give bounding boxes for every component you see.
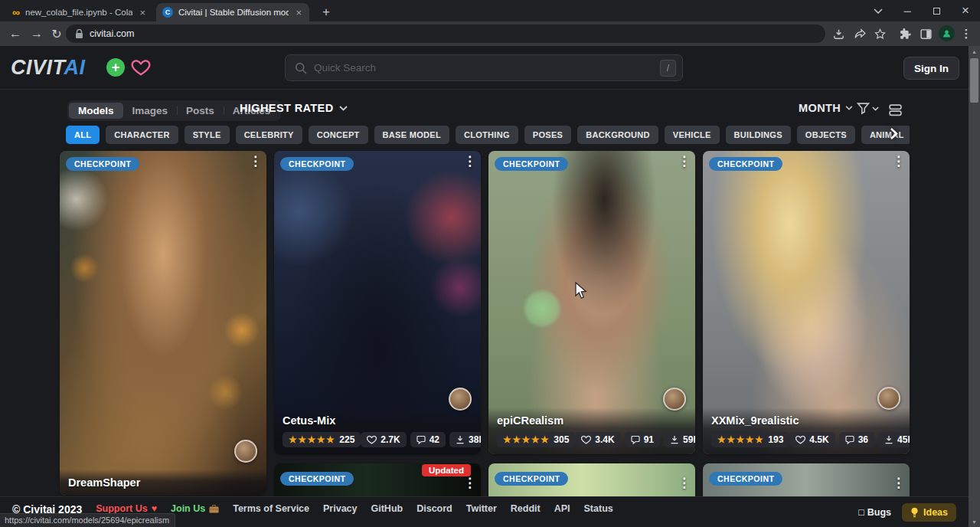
tab-models[interactable]: Models xyxy=(69,103,123,119)
period-dropdown[interactable]: MONTH xyxy=(799,102,853,114)
likes-count: 3.4K xyxy=(595,434,614,445)
card-menu-icon[interactable]: ⋮ xyxy=(463,476,476,489)
page-scrollbar[interactable]: ▲ ▼ xyxy=(969,46,980,527)
category-base-model[interactable]: BASE MODEL xyxy=(374,126,449,144)
sort-dropdown[interactable]: HIGHEST RATED xyxy=(240,102,348,114)
browser-profile-avatar[interactable] xyxy=(939,25,955,41)
card-info-overlay: epiCRealism ★★★★★ 305 3.4K 91 59K xyxy=(488,408,695,454)
footer-link-github[interactable]: GitHub xyxy=(371,503,403,514)
model-card-epicrealism[interactable]: CHECKPOINT ⋮ epiCRealism ★★★★★ 305 3.4K … xyxy=(488,151,695,454)
category-animal[interactable]: ANIMAL xyxy=(861,126,910,144)
category-background[interactable]: BACKGROUND xyxy=(577,126,658,144)
link-label: Join Us xyxy=(171,503,205,514)
browser-menu-icon[interactable]: ⋮ xyxy=(959,27,973,41)
category-concept[interactable]: CONCEPT xyxy=(309,126,368,144)
period-label: MONTH xyxy=(799,102,841,114)
creator-avatar[interactable] xyxy=(877,387,900,410)
ideas-button[interactable]: Ideas xyxy=(902,503,956,522)
category-vehicle[interactable]: VEHICLE xyxy=(665,126,720,144)
category-celebrity[interactable]: CELEBRITY xyxy=(236,126,302,144)
civitai-logo[interactable]: CIVITAI xyxy=(11,56,86,79)
maximize-button[interactable] xyxy=(922,0,951,21)
card-menu-icon[interactable]: ⋮ xyxy=(463,155,476,168)
likes-count: 4.5K xyxy=(809,434,828,445)
category-poses[interactable]: POSES xyxy=(524,126,571,144)
extensions-icon[interactable] xyxy=(898,27,912,41)
favorites-heart-icon[interactable] xyxy=(131,58,151,77)
tab-close-icon[interactable]: × xyxy=(294,7,303,18)
model-preview-image xyxy=(60,151,266,496)
bugs-button[interactable]: □Bugs xyxy=(858,507,891,518)
model-card-cetus-mix[interactable]: CHECKPOINT ⋮ Cetus-Mix ★★★★★ 225 2.7K 42… xyxy=(274,151,481,454)
create-plus-button[interactable]: + xyxy=(106,58,125,77)
footer-link-api[interactable]: API xyxy=(554,503,570,514)
card-menu-icon[interactable]: ⋮ xyxy=(892,155,905,168)
tab-search-icon[interactable] xyxy=(864,0,893,21)
card-menu-icon[interactable]: ⋮ xyxy=(678,476,691,489)
tab-civitai[interactable]: C Civitai | Stable Diffusion models, × xyxy=(156,3,309,21)
search-input[interactable] xyxy=(314,62,653,74)
search-icon xyxy=(295,62,307,74)
comment-icon xyxy=(845,435,854,444)
footer-link-terms[interactable]: Terms of Service xyxy=(233,503,309,514)
card-menu-icon[interactable]: ⋮ xyxy=(249,155,262,168)
star-rating-icon: ★★★★★ xyxy=(503,435,550,444)
footer-link-twitter[interactable]: Twitter xyxy=(466,503,497,514)
comments-count: 42 xyxy=(430,434,439,445)
heart-icon xyxy=(581,435,591,444)
colab-icon: ∞ xyxy=(12,7,20,18)
chevron-down-icon xyxy=(339,106,348,111)
card-stats: ★★★★★ 305 3.4K 91 59K xyxy=(497,432,687,447)
downloads-count: 59K xyxy=(683,434,695,445)
tab-posts[interactable]: Posts xyxy=(177,103,224,119)
card-info-overlay: XXMix_9realistic ★★★★★ 193 4.5K 36 45K xyxy=(703,408,910,454)
logo-text: CIVIT xyxy=(11,56,64,79)
model-card-xxmix[interactable]: CHECKPOINT ⋮ XXMix_9realistic ★★★★★ 193 … xyxy=(703,151,910,454)
category-all[interactable]: ALL xyxy=(66,126,100,144)
footer-link-reddit[interactable]: Reddit xyxy=(511,503,541,514)
model-card-dreamshaper[interactable]: CHECKPOINT ⋮ DreamShaper xyxy=(60,151,266,496)
card-view-toggle[interactable] xyxy=(888,103,903,117)
category-clothing[interactable]: CLOTHING xyxy=(456,126,518,144)
category-style[interactable]: STYLE xyxy=(185,126,230,144)
footer-link-join-us[interactable]: Join Us xyxy=(171,503,219,514)
likes-count: 2.7K xyxy=(381,434,400,445)
tab-colab[interactable]: ∞ new_colab_file.ipynb - Colaborat × xyxy=(6,3,153,21)
address-bar[interactable]: civitai.com xyxy=(66,25,825,43)
scroll-down-icon[interactable]: ▼ xyxy=(969,516,980,527)
creator-avatar[interactable] xyxy=(234,440,257,463)
footer-link-discord[interactable]: Discord xyxy=(416,503,452,514)
quick-search-box[interactable]: / xyxy=(285,54,683,81)
close-button[interactable]: × xyxy=(951,0,980,21)
categories-scroll-right-icon[interactable] xyxy=(890,127,898,140)
minimize-button[interactable]: ─ xyxy=(893,0,922,21)
forward-icon[interactable]: → xyxy=(29,26,44,41)
card-menu-icon[interactable]: ⋮ xyxy=(678,155,691,168)
footer-link-privacy[interactable]: Privacy xyxy=(323,503,357,514)
footer-link-status[interactable]: Status xyxy=(584,503,613,514)
footer-link-support-us[interactable]: Support Us♥ xyxy=(96,503,157,514)
category-objects[interactable]: OBJECTS xyxy=(797,126,855,144)
filter-dropdown[interactable] xyxy=(857,102,879,115)
back-icon[interactable]: ← xyxy=(8,26,23,41)
category-buildings[interactable]: BUILDINGS xyxy=(726,126,791,144)
model-type-badge: CHECKPOINT xyxy=(709,472,782,486)
category-character[interactable]: CHARACTER xyxy=(106,126,178,144)
sign-in-button[interactable]: Sign In xyxy=(903,57,959,80)
tab-images[interactable]: Images xyxy=(123,103,178,119)
share-icon[interactable] xyxy=(853,27,867,41)
scroll-up-icon[interactable]: ▲ xyxy=(969,46,980,57)
ideas-label: Ideas xyxy=(923,507,948,518)
new-tab-button[interactable]: + xyxy=(318,5,334,20)
tab-close-icon[interactable]: × xyxy=(138,7,147,18)
category-filter-row: ALL CHARACTER STYLE CELEBRITY CONCEPT BA… xyxy=(66,126,910,144)
tab-title: new_colab_file.ipynb - Colaborat xyxy=(25,8,132,17)
likes-pill: 4.5K xyxy=(789,432,835,447)
card-menu-icon[interactable]: ⋮ xyxy=(892,476,905,489)
scrollbar-thumb[interactable] xyxy=(970,58,978,103)
bookmark-star-icon[interactable] xyxy=(873,27,887,41)
reload-icon[interactable]: ↻ xyxy=(49,26,64,41)
download-icon xyxy=(884,435,893,444)
sidebar-icon[interactable] xyxy=(919,27,933,41)
download-icon[interactable] xyxy=(831,27,845,41)
